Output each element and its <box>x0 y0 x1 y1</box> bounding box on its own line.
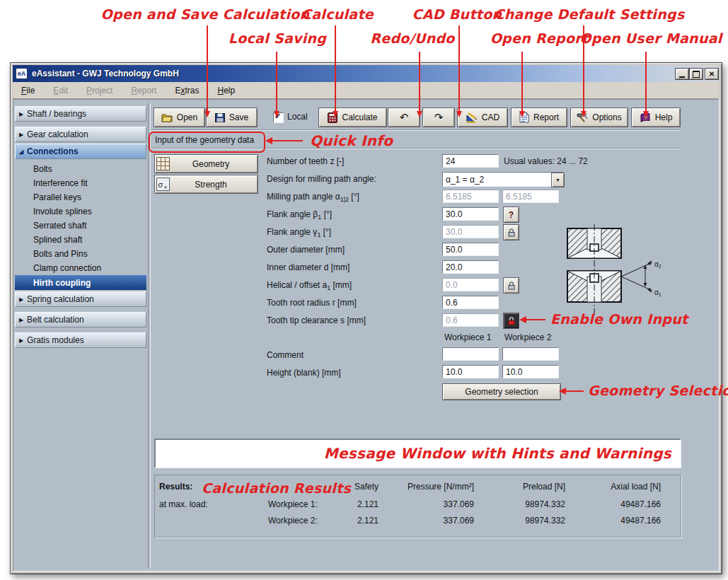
sidebar-section-gratis-modules[interactable]: ▶ Gratis modules <box>15 332 146 348</box>
comment2-input[interactable] <box>502 347 559 361</box>
annotation-calculate: Calculate <box>301 6 374 22</box>
redo-button[interactable]: ↷ <box>422 108 455 127</box>
options-button[interactable]: Options <box>570 108 628 127</box>
window-title: eAssistant - GWJ Technology GmbH <box>32 69 179 79</box>
cad-button-label: CAD <box>482 112 499 122</box>
sidebar-item-label: Parallel keys <box>33 192 81 202</box>
sidebar-section-label: Gear calculation <box>27 129 88 139</box>
annotation-quick-info: Quick Info <box>310 132 393 149</box>
menu-file[interactable]: File <box>21 86 35 95</box>
height2-input[interactable]: 10.0 <box>502 365 559 378</box>
chevron-down-icon: ▼ <box>555 178 560 182</box>
menu-help[interactable]: Help <box>217 86 235 95</box>
message-window: Message Window with Hints and Warnings <box>154 439 681 468</box>
tooth-root-radius-input[interactable]: 0.6 <box>442 296 499 309</box>
save-floppy-icon <box>215 113 225 122</box>
undo-button[interactable]: ↶ <box>388 108 420 127</box>
results-value: 49487.166 <box>583 516 661 526</box>
sidebar-item-label: Clamp connection <box>33 263 101 273</box>
message-window-annotation: Message Window with Hints and Warnings <box>324 445 671 462</box>
results-col-preload: Preload [N] <box>487 482 565 492</box>
annotation-line-redo-undo <box>419 52 420 112</box>
results-value: 337.069 <box>396 516 474 526</box>
annotation-line-local <box>276 52 277 112</box>
field-label: Tooth tip clearance s [mm] <box>267 315 366 325</box>
results-value: 2.121 <box>336 499 379 509</box>
sidebar-item-parallel-keys[interactable]: Parallel keys <box>15 190 146 204</box>
sidebar-section-belt-calculation[interactable]: ▶ Belt calculation <box>15 312 146 327</box>
local-checkbox-label: Local <box>287 112 308 122</box>
sidebar-section-spring-calculation[interactable]: ▶ Spring calculation <box>15 291 146 307</box>
save-button[interactable]: Save <box>206 108 258 127</box>
annotation-line-open-save <box>207 25 208 112</box>
geometry-selection-button[interactable]: Geometry selection <box>442 383 561 400</box>
sidebar-item-bolts-and-pins[interactable]: Bolts and Pins <box>15 247 146 261</box>
results-value: 49487.166 <box>583 499 661 509</box>
height1-input[interactable]: 10.0 <box>442 365 499 378</box>
calculate-button[interactable]: Calculate <box>318 108 387 127</box>
sidebar-item-involute-splines[interactable]: Involute splines <box>15 204 146 219</box>
helical-offset-value: 0.0 <box>446 280 458 290</box>
sidebar-divider <box>148 103 151 569</box>
toolbar-separator <box>151 129 681 131</box>
sidebar-section-gear-calculation[interactable]: ▶ Gear calculation <box>15 127 146 142</box>
annotation-enable-own-input: Enable Own Input <box>550 311 688 327</box>
question-icon: ? <box>509 210 514 220</box>
annotation-change-defaults: Change Default Settings <box>495 6 685 22</box>
sidebar-item-label: Serrated shaft <box>33 221 86 231</box>
maximize-button[interactable] <box>689 68 703 80</box>
red-lock-icon <box>507 316 516 325</box>
milling-design-dropdown[interactable]: α_1 = α_2 <box>442 172 564 187</box>
field-label: Number of teeth z [-] <box>267 156 344 166</box>
sidebar-item-splined-shaft[interactable]: Splined shaft <box>15 233 146 247</box>
helical-offset-lock-button[interactable] <box>503 277 519 294</box>
sidebar-item-label: Splined shaft <box>33 235 82 245</box>
menu-extras[interactable]: Extras <box>175 86 199 95</box>
quick-info-arrow <box>272 140 303 141</box>
geometry-module-button[interactable]: Geometry <box>154 154 258 173</box>
height2-value: 10.0 <box>506 367 522 377</box>
undo-icon: ↶ <box>400 111 409 124</box>
tooth-tip-clearance-lock-button[interactable] <box>503 313 519 329</box>
geometry-grid-icon <box>156 157 170 170</box>
outer-diameter-value: 50.0 <box>446 245 462 255</box>
sidebar-item-label: Bolts <box>33 164 52 174</box>
screenshot: eA eAssistant - GWJ Technology GmbH ✕ Fi… <box>0 0 728 580</box>
outer-diameter-input[interactable]: 50.0 <box>442 243 499 256</box>
milling-angle2-value: 6.5185 <box>506 192 532 202</box>
flank-angle-gamma-input: 30.0 <box>442 225 499 238</box>
annotation-line-calculate <box>335 25 336 112</box>
results-col-axial: Axial load [N] <box>583 482 661 492</box>
annotation-local-saving: Local Saving <box>229 30 327 46</box>
usual-values-note: Usual values: 24 ... 72 <box>504 156 588 166</box>
sidebar-section-label: Gratis modules <box>27 335 84 345</box>
teeth-input[interactable]: 24 <box>442 154 499 168</box>
dropdown-arrow-button[interactable]: ▼ <box>551 173 565 187</box>
results-value: 98974.332 <box>487 499 565 509</box>
sidebar-item-clamp-connection[interactable]: Clamp connection <box>15 261 146 275</box>
sidebar-section-connections[interactable]: ◢ Connections <box>15 144 146 159</box>
sidebar-section-shaft-bearings[interactable]: ▶ Shaft / bearings <box>15 106 146 122</box>
flank-angle-beta-input[interactable]: 30.0 <box>442 207 499 221</box>
help-button[interactable]: ? Help <box>631 108 681 127</box>
inner-diameter-value: 20.0 <box>446 262 462 272</box>
sidebar-item-interference-fit[interactable]: Interference fit <box>15 176 146 190</box>
strength-module-button[interactable]: σ x Strength <box>154 175 258 194</box>
strength-module-label: Strength <box>174 180 248 190</box>
sidebar-item-serrated-shaft[interactable]: Serrated shaft <box>15 219 146 233</box>
sidebar-item-bolts[interactable]: Bolts <box>15 162 146 176</box>
open-button[interactable]: Open <box>154 108 205 127</box>
close-button[interactable]: ✕ <box>705 68 719 80</box>
maximize-icon <box>693 71 700 78</box>
inner-diameter-input[interactable]: 20.0 <box>442 260 499 274</box>
flank-angle-help-button[interactable]: ? <box>503 207 519 223</box>
minimize-button[interactable] <box>675 68 689 80</box>
sidebar-item-hirth-coupling[interactable]: Hirth coupling <box>15 275 146 290</box>
comment1-input[interactable] <box>442 347 499 361</box>
sidebar-item-label: Interference fit <box>33 178 88 188</box>
cad-button[interactable]: CAD <box>457 108 508 127</box>
flank-angle-gamma-lock-button[interactable] <box>503 224 519 240</box>
flank-angle-beta-value: 30.0 <box>446 209 462 219</box>
milling-angle1-value: 6.5185 <box>446 192 472 202</box>
strength-sigma-icon: σ x <box>156 178 170 191</box>
